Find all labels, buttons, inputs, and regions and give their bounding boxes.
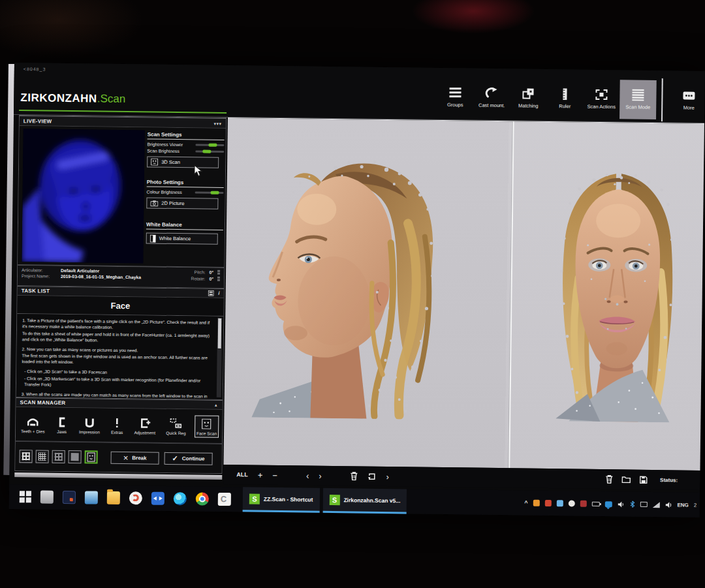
delete-scan-icon[interactable] xyxy=(351,471,358,480)
tray-icon-round[interactable] xyxy=(568,500,574,506)
view-face-icon xyxy=(86,452,97,462)
taskbar-app-label: ZZ.Scan - Shortcut xyxy=(264,495,313,503)
view-face-button[interactable] xyxy=(85,450,98,463)
volume-icon[interactable] xyxy=(617,501,624,508)
ruler-button[interactable]: Ruler xyxy=(546,79,584,119)
scan-mode-label: Scan Mode xyxy=(625,104,650,110)
project-name-value: 2019-03-08_16-01-15_Meghan_Chayka xyxy=(61,274,141,280)
break-button[interactable]: × Break xyxy=(111,451,159,464)
cast-mount-icon xyxy=(484,87,499,99)
open-folder-icon[interactable] xyxy=(621,475,631,483)
language-indicator[interactable]: ENG xyxy=(677,502,688,508)
matching-button[interactable]: Matching xyxy=(510,78,547,118)
scan-manager-tabs: Teeth + Dies Jaws Impression Extras Adju… xyxy=(16,407,223,444)
trash-icon[interactable] xyxy=(605,474,613,484)
tray-icon-blue[interactable] xyxy=(556,500,563,506)
pitch-stepper[interactable] xyxy=(217,270,220,275)
scan-manager-title: SCAN MANAGER xyxy=(20,399,66,406)
start-button[interactable] xyxy=(20,491,31,503)
teamviewer-icon[interactable] xyxy=(151,492,164,505)
scan-3d-label: 3D Scan xyxy=(161,159,180,165)
tab-face-scan[interactable]: Face Scan xyxy=(195,415,219,437)
tab-impression[interactable]: Impression xyxy=(77,414,102,436)
monitor-screen: <8048_3 ZIRKONZAHN.Scan Groups Cast moun… xyxy=(9,63,705,518)
collapse-up-icon[interactable]: ▲ xyxy=(214,403,219,407)
taskbar-app-zirkonzahn-scan[interactable]: S Zirkonzahn.Scan v5... xyxy=(322,488,407,514)
collapse-icon[interactable]: ▾▾▾ xyxy=(214,121,222,125)
file-explorer-icon[interactable] xyxy=(40,491,54,504)
scan-brightness-row: Scan Brightness xyxy=(147,148,224,153)
tab-adjustment[interactable]: Adjustment xyxy=(132,414,157,437)
system-tray: ^ ENG 2 xyxy=(524,499,700,509)
view-grid-fine-button[interactable] xyxy=(36,450,49,463)
main-toolbar: Groups Cast mount. Matching Ruler Scan A… xyxy=(437,77,705,121)
ruler-icon xyxy=(557,88,572,100)
forward-button[interactable]: › xyxy=(386,472,390,481)
chrome-icon[interactable] xyxy=(196,492,209,505)
articulator-value: Default Articulator xyxy=(61,268,99,273)
prev-button[interactable]: ‹ xyxy=(306,471,309,480)
window-code: <8048_3 xyxy=(24,67,46,71)
view-grid-medium-button[interactable] xyxy=(52,450,65,463)
save-project-icon[interactable] xyxy=(639,475,648,484)
picture-2d-button[interactable]: 2D Picture xyxy=(146,197,218,209)
app-round-icon[interactable] xyxy=(129,491,142,504)
check-icon: ✓ xyxy=(172,454,178,461)
view-grid-large-button[interactable] xyxy=(20,450,33,463)
task-instructions: 1. Take a Picture of the patient's face … xyxy=(16,314,224,400)
speaker-icon[interactable] xyxy=(665,501,672,508)
taskbar-app-zzscan[interactable]: S ZZ.Scan - Shortcut xyxy=(243,487,320,512)
scan-viewport[interactable] xyxy=(223,117,704,471)
room-warm-glow xyxy=(0,0,144,59)
tray-icon-orange[interactable] xyxy=(533,500,539,506)
app-c-icon[interactable]: C xyxy=(218,493,231,506)
tab-teeth-dies[interactable]: Teeth + Dies xyxy=(19,413,47,436)
network-signal-icon[interactable] xyxy=(652,501,659,507)
pitch-rotate-block: Pitch: 0° Rotate: 0° xyxy=(191,270,220,283)
cast-mount-button[interactable]: Cast mount. xyxy=(473,78,510,118)
next-button[interactable]: › xyxy=(319,471,322,480)
more-button[interactable]: More xyxy=(670,80,705,120)
scan-3d-button[interactable]: 3D Scan xyxy=(147,156,219,168)
scan-actions-button[interactable]: Scan Actions xyxy=(583,80,620,119)
tray-icon-pdf[interactable] xyxy=(544,500,551,506)
display-icon[interactable] xyxy=(640,502,647,507)
tab-quick-reg[interactable]: Quick Reg xyxy=(164,414,188,437)
tab-jaws[interactable]: Jaws xyxy=(54,413,70,435)
colour-brightness-slider[interactable] xyxy=(195,191,224,194)
folder-app-icon[interactable] xyxy=(107,491,120,504)
brightness-viewer-slider[interactable] xyxy=(195,144,224,146)
white-balance-button[interactable]: White Balance xyxy=(146,232,218,244)
print-icon[interactable] xyxy=(208,290,214,296)
groups-button[interactable]: Groups xyxy=(437,78,474,117)
continue-button[interactable]: ✓ Continue xyxy=(164,452,212,465)
jaws-icon xyxy=(55,416,69,427)
app-blue-icon[interactable] xyxy=(85,491,98,504)
edge-icon[interactable] xyxy=(174,492,187,505)
tray-clock[interactable]: 2 xyxy=(694,502,698,508)
bluetooth-icon[interactable] xyxy=(629,501,634,508)
zoom-in-button[interactable]: + xyxy=(258,471,263,479)
zoom-out-button[interactable]: − xyxy=(272,471,277,479)
tray-icon-maroon[interactable] xyxy=(580,501,586,507)
task-line: 1. Take a Picture of the patient's face … xyxy=(22,318,213,332)
show-all-button[interactable]: ALL xyxy=(236,471,248,478)
scan-mode-button[interactable]: Scan Mode xyxy=(619,80,657,119)
messaging-icon[interactable] xyxy=(604,501,612,507)
view-solid-button[interactable] xyxy=(69,450,82,463)
reset-view-icon[interactable] xyxy=(368,472,377,480)
camera-settings: Scan Settings Brightness Viewer Scan Bri… xyxy=(146,131,225,244)
app-header: <8048_3 ZIRKONZAHN.Scan Groups Cast moun… xyxy=(14,63,705,123)
room-red-glow xyxy=(411,0,535,34)
app-dark-icon[interactable] xyxy=(63,491,76,504)
task-scrollbar[interactable] xyxy=(217,318,222,397)
info-icon[interactable]: i xyxy=(218,290,220,296)
task-list-title: TASK LIST xyxy=(22,288,50,294)
scan-brightness-slider[interactable] xyxy=(195,150,224,153)
tray-expand-icon[interactable]: ^ xyxy=(524,500,527,506)
face-scan-icon xyxy=(151,159,158,166)
battery-icon[interactable] xyxy=(591,501,599,506)
tab-extras[interactable]: Extras xyxy=(108,414,125,436)
logo-underline xyxy=(19,110,227,114)
rotate-stepper[interactable] xyxy=(217,277,220,281)
